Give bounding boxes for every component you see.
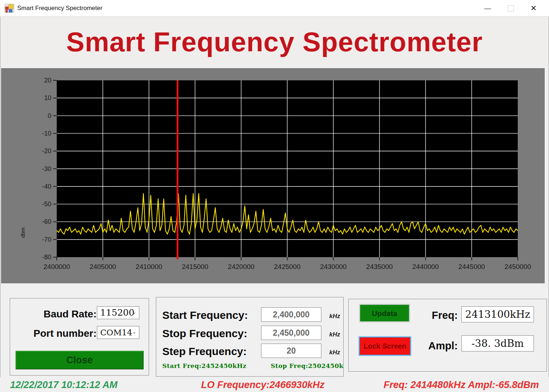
y-tick-label: 20 xyxy=(44,77,51,84)
baud-rate-label: Baud Rate: xyxy=(43,308,97,320)
x-tick-label: 2440000 xyxy=(412,263,439,270)
x-tick-label: 2415000 xyxy=(182,263,208,270)
app-window: Smart Frequency Spectrometer — ✕ Smart F… xyxy=(0,0,549,392)
x-tick-label: 2435000 xyxy=(366,263,393,270)
baud-rate-select[interactable]: 115200 ⌄ xyxy=(97,306,139,319)
start-frequency-label: Start Frequency: xyxy=(162,309,248,321)
status-marker-readout: Freq: 2414480kHz Ampl:-65.8dBm xyxy=(383,379,539,391)
status-datetime: 12/22/2017 10:12:12 AM xyxy=(10,379,117,391)
maximize-icon xyxy=(508,5,514,11)
y-axis-unit-label: dbm xyxy=(20,227,26,238)
frequency-groupbox: Start Frequency: 2,400,000 kHz Stop Freq… xyxy=(156,297,344,377)
baud-rate-value: 115200 xyxy=(100,307,134,318)
marker-freq-field[interactable]: 2413100kHz xyxy=(461,306,534,322)
freq-label: Freq: xyxy=(415,310,458,321)
step-frequency-label: Step Frequency: xyxy=(162,345,247,358)
x-tick-label: 2410000 xyxy=(136,263,162,270)
lock-screen-button[interactable]: Lock Screen xyxy=(359,337,411,355)
chevron-down-icon: ⌄ xyxy=(132,309,136,315)
y-tick-label: 0 xyxy=(48,112,51,119)
port-number-label: Port number: xyxy=(33,328,97,339)
titlebar: Smart Frequency Spectrometer — ✕ xyxy=(0,0,549,17)
stop-freq-readout: Stop Freq:2502450kHz xyxy=(271,362,344,369)
header-banner: Smart Frequency Spectrometer xyxy=(0,17,549,67)
x-tick-label: 2450000 xyxy=(504,263,531,270)
port-number-value: COM14 xyxy=(100,328,132,337)
y-tick-label: -80 xyxy=(42,254,51,261)
x-tick-label: 2425000 xyxy=(274,263,301,270)
app-icon xyxy=(4,3,14,13)
start-frequency-unit: kHz xyxy=(329,313,340,320)
y-tick-label: -30 xyxy=(42,165,51,173)
marker-ampl-field[interactable]: -38. 3dBm xyxy=(461,335,534,351)
status-lo-frequency: LO Frequency:2466930kHz xyxy=(201,379,325,391)
window-title: Smart Frequency Spectrometer xyxy=(17,0,102,16)
ampl-label: Ampl: xyxy=(415,340,458,352)
y-tick-label: -50 xyxy=(42,200,51,208)
spectrum-chart[interactable]: 2400000240500024100002415000242000024250… xyxy=(1,68,545,283)
x-tick-label: 2400000 xyxy=(43,263,70,270)
start-frequency-input[interactable]: 2,400,000 xyxy=(261,307,321,322)
x-tick-label: 2445000 xyxy=(459,263,485,270)
x-tick-label: 2405000 xyxy=(89,263,116,270)
update-button[interactable]: Updata xyxy=(359,304,410,322)
chevron-down-icon: ⌄ xyxy=(132,329,136,335)
connection-groupbox: Baud Rate: 115200 ⌄ Port number: COM14 ⌄… xyxy=(10,298,149,376)
port-number-select[interactable]: COM14 ⌄ xyxy=(97,326,139,339)
stop-frequency-input[interactable]: 2,450,000 xyxy=(261,326,321,340)
stop-frequency-label: Stop Frequency: xyxy=(162,327,247,340)
stop-frequency-unit: kHz xyxy=(329,331,340,338)
y-tick-label: -40 xyxy=(42,183,51,190)
spectrum-chart-panel: 2400000240500024100002415000242000024250… xyxy=(1,68,545,283)
y-tick-label: -10 xyxy=(42,130,51,137)
start-freq-readout: Start Freq:2452450kHz xyxy=(162,362,246,369)
marker-groupbox: Updata Freq: 2413100kHz Lock Screen Ampl… xyxy=(348,299,547,372)
y-tick-label: 10 xyxy=(44,94,51,101)
close-window-button[interactable]: ✕ xyxy=(522,0,545,16)
step-frequency-unit: kHz xyxy=(329,349,340,356)
maximize-button[interactable] xyxy=(499,0,522,16)
x-tick-label: 2420000 xyxy=(228,263,255,270)
x-tick-label: 2430000 xyxy=(320,263,346,270)
step-frequency-input[interactable]: 20 xyxy=(261,344,321,358)
y-tick-label: -60 xyxy=(42,218,51,225)
minimize-button[interactable]: — xyxy=(476,0,499,16)
close-serial-button[interactable]: Close xyxy=(15,351,144,369)
page-title: Smart Frequency Spectrometer xyxy=(0,17,549,67)
y-tick-label: -70 xyxy=(42,236,51,243)
y-tick-label: -20 xyxy=(42,147,51,155)
status-bar: 12/22/2017 10:12:12 AM LO Frequency:2466… xyxy=(0,377,549,392)
